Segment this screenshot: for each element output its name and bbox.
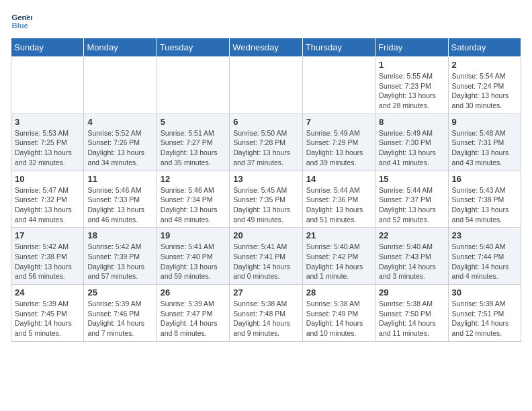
calendar-cell: 21Sunrise: 5:40 AM Sunset: 7:42 PM Dayli… (302, 228, 375, 285)
day-info: Sunrise: 5:38 AM Sunset: 7:51 PM Dayligh… (452, 299, 517, 338)
calendar-cell: 24Sunrise: 5:39 AM Sunset: 7:45 PM Dayli… (11, 285, 84, 342)
day-info: Sunrise: 5:42 AM Sunset: 7:38 PM Dayligh… (15, 242, 80, 281)
day-header-thursday: Thursday (302, 38, 375, 57)
calendar-cell: 1Sunrise: 5:55 AM Sunset: 7:23 PM Daylig… (375, 57, 448, 114)
logo: General Blue (11, 11, 35, 32)
logo-icon: General Blue (11, 11, 32, 32)
day-number: 27 (233, 287, 298, 298)
calendar-cell: 4Sunrise: 5:52 AM Sunset: 7:26 PM Daylig… (84, 113, 157, 171)
day-number: 16 (452, 174, 517, 184)
day-info: Sunrise: 5:53 AM Sunset: 7:25 PM Dayligh… (15, 128, 80, 168)
calendar-cell: 11Sunrise: 5:46 AM Sunset: 7:33 PM Dayli… (84, 171, 157, 228)
calendar-cell: 13Sunrise: 5:45 AM Sunset: 7:35 PM Dayli… (230, 171, 302, 228)
calendar-cell: 30Sunrise: 5:38 AM Sunset: 7:51 PM Dayli… (448, 285, 521, 342)
calendar-cell: 16Sunrise: 5:43 AM Sunset: 7:38 PM Dayli… (448, 171, 521, 228)
calendar-cell: 29Sunrise: 5:38 AM Sunset: 7:50 PM Dayli… (375, 285, 448, 342)
day-number: 11 (87, 174, 152, 184)
day-info: Sunrise: 5:38 AM Sunset: 7:49 PM Dayligh… (306, 299, 371, 338)
calendar-cell: 27Sunrise: 5:38 AM Sunset: 7:48 PM Dayli… (230, 285, 302, 342)
day-number: 26 (161, 287, 226, 298)
day-info: Sunrise: 5:55 AM Sunset: 7:23 PM Dayligh… (379, 71, 444, 111)
calendar-cell: 14Sunrise: 5:44 AM Sunset: 7:36 PM Dayli… (302, 171, 375, 228)
day-info: Sunrise: 5:46 AM Sunset: 7:33 PM Dayligh… (87, 185, 152, 225)
day-number: 3 (15, 117, 80, 127)
day-header-friday: Friday (375, 38, 448, 57)
day-info: Sunrise: 5:50 AM Sunset: 7:28 PM Dayligh… (233, 128, 298, 168)
calendar-cell: 12Sunrise: 5:46 AM Sunset: 7:34 PM Dayli… (157, 171, 229, 228)
day-number: 10 (15, 174, 80, 184)
day-info: Sunrise: 5:39 AM Sunset: 7:46 PM Dayligh… (87, 299, 152, 338)
day-header-wednesday: Wednesday (230, 38, 302, 57)
week-row-3: 10Sunrise: 5:47 AM Sunset: 7:32 PM Dayli… (11, 171, 521, 228)
svg-text:General: General (12, 13, 32, 21)
day-info: Sunrise: 5:44 AM Sunset: 7:37 PM Dayligh… (379, 185, 444, 225)
day-number: 18 (87, 230, 152, 240)
day-info: Sunrise: 5:41 AM Sunset: 7:40 PM Dayligh… (161, 242, 226, 281)
calendar-cell: 18Sunrise: 5:42 AM Sunset: 7:39 PM Dayli… (84, 228, 157, 285)
day-number: 24 (15, 287, 80, 298)
day-info: Sunrise: 5:43 AM Sunset: 7:38 PM Dayligh… (452, 185, 517, 225)
calendar-cell: 19Sunrise: 5:41 AM Sunset: 7:40 PM Dayli… (157, 228, 229, 285)
calendar-cell: 25Sunrise: 5:39 AM Sunset: 7:46 PM Dayli… (84, 285, 157, 342)
day-number: 25 (87, 287, 152, 298)
calendar-cell: 22Sunrise: 5:40 AM Sunset: 7:43 PM Dayli… (375, 228, 448, 285)
day-number: 14 (306, 174, 371, 184)
day-number: 30 (452, 287, 517, 298)
day-info: Sunrise: 5:49 AM Sunset: 7:30 PM Dayligh… (379, 128, 444, 168)
calendar-cell (230, 57, 302, 114)
week-row-5: 24Sunrise: 5:39 AM Sunset: 7:45 PM Dayli… (11, 285, 521, 342)
calendar-cell: 6Sunrise: 5:50 AM Sunset: 7:28 PM Daylig… (230, 113, 302, 171)
calendar-cell: 8Sunrise: 5:49 AM Sunset: 7:30 PM Daylig… (375, 113, 448, 171)
day-info: Sunrise: 5:51 AM Sunset: 7:27 PM Dayligh… (161, 128, 226, 168)
day-info: Sunrise: 5:48 AM Sunset: 7:31 PM Dayligh… (452, 128, 517, 168)
calendar-cell: 9Sunrise: 5:48 AM Sunset: 7:31 PM Daylig… (448, 113, 521, 171)
day-number: 22 (379, 230, 444, 240)
day-number: 7 (306, 117, 371, 127)
day-info: Sunrise: 5:45 AM Sunset: 7:35 PM Dayligh… (233, 185, 298, 225)
day-number: 8 (379, 117, 444, 127)
calendar-cell: 10Sunrise: 5:47 AM Sunset: 7:32 PM Dayli… (11, 171, 84, 228)
day-number: 1 (379, 60, 444, 70)
day-info: Sunrise: 5:47 AM Sunset: 7:32 PM Dayligh… (15, 185, 80, 225)
calendar-cell: 5Sunrise: 5:51 AM Sunset: 7:27 PM Daylig… (157, 113, 229, 171)
day-number: 12 (161, 174, 226, 184)
day-info: Sunrise: 5:54 AM Sunset: 7:24 PM Dayligh… (452, 71, 517, 111)
day-info: Sunrise: 5:38 AM Sunset: 7:48 PM Dayligh… (233, 299, 298, 338)
day-number: 9 (452, 117, 517, 127)
day-number: 6 (233, 117, 298, 127)
calendar-cell: 26Sunrise: 5:39 AM Sunset: 7:47 PM Dayli… (157, 285, 229, 342)
day-info: Sunrise: 5:38 AM Sunset: 7:50 PM Dayligh… (379, 299, 444, 338)
day-number: 28 (306, 287, 371, 298)
day-header-saturday: Saturday (448, 38, 521, 57)
day-number: 2 (452, 60, 517, 70)
calendar-cell (84, 57, 157, 114)
day-header-sunday: Sunday (11, 38, 84, 57)
day-number: 5 (161, 117, 226, 127)
day-info: Sunrise: 5:39 AM Sunset: 7:45 PM Dayligh… (15, 299, 80, 338)
day-header-tuesday: Tuesday (157, 38, 229, 57)
day-number: 29 (379, 287, 444, 298)
calendar-cell: 28Sunrise: 5:38 AM Sunset: 7:49 PM Dayli… (302, 285, 375, 342)
calendar-cell: 20Sunrise: 5:41 AM Sunset: 7:41 PM Dayli… (230, 228, 302, 285)
week-row-1: 1Sunrise: 5:55 AM Sunset: 7:23 PM Daylig… (11, 57, 521, 114)
calendar-cell (302, 57, 375, 114)
day-info: Sunrise: 5:44 AM Sunset: 7:36 PM Dayligh… (306, 185, 371, 225)
day-info: Sunrise: 5:40 AM Sunset: 7:42 PM Dayligh… (306, 242, 371, 281)
week-row-2: 3Sunrise: 5:53 AM Sunset: 7:25 PM Daylig… (11, 113, 521, 171)
day-header-monday: Monday (84, 38, 157, 57)
day-info: Sunrise: 5:46 AM Sunset: 7:34 PM Dayligh… (161, 185, 226, 225)
day-info: Sunrise: 5:40 AM Sunset: 7:44 PM Dayligh… (452, 242, 517, 281)
day-info: Sunrise: 5:52 AM Sunset: 7:26 PM Dayligh… (87, 128, 152, 168)
calendar-cell: 17Sunrise: 5:42 AM Sunset: 7:38 PM Dayli… (11, 228, 84, 285)
day-number: 19 (161, 230, 226, 240)
calendar-cell: 3Sunrise: 5:53 AM Sunset: 7:25 PM Daylig… (11, 113, 84, 171)
day-number: 20 (233, 230, 298, 240)
day-info: Sunrise: 5:41 AM Sunset: 7:41 PM Dayligh… (233, 242, 298, 281)
calendar-cell: 15Sunrise: 5:44 AM Sunset: 7:37 PM Dayli… (375, 171, 448, 228)
calendar-cell: 7Sunrise: 5:49 AM Sunset: 7:29 PM Daylig… (302, 113, 375, 171)
day-info: Sunrise: 5:40 AM Sunset: 7:43 PM Dayligh… (379, 242, 444, 281)
day-number: 13 (233, 174, 298, 184)
day-info: Sunrise: 5:42 AM Sunset: 7:39 PM Dayligh… (87, 242, 152, 281)
calendar: SundayMondayTuesdayWednesdayThursdayFrid… (11, 38, 521, 342)
week-row-4: 17Sunrise: 5:42 AM Sunset: 7:38 PM Dayli… (11, 228, 521, 285)
